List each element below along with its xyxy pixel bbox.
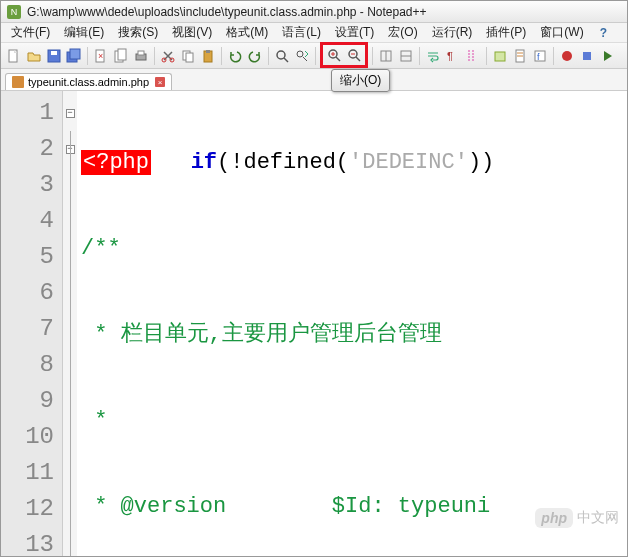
svg-rect-14 xyxy=(186,53,193,62)
document-tab[interactable]: typeunit.class.admin.php × xyxy=(5,73,172,90)
separator xyxy=(486,47,487,65)
line-number: 3 xyxy=(1,167,62,203)
cut-icon[interactable] xyxy=(159,47,177,65)
toolbar: × 缩小(O) ¶ f xyxy=(1,43,627,69)
separator xyxy=(553,47,554,65)
svg-text:×: × xyxy=(98,51,103,61)
menu-window[interactable]: 窗口(W) xyxy=(534,22,589,43)
line-number: 11 xyxy=(1,455,62,491)
line-number: 1 xyxy=(1,95,62,131)
svg-line-25 xyxy=(356,57,360,61)
redo-icon[interactable] xyxy=(246,47,264,65)
sync-h-icon[interactable] xyxy=(397,47,415,65)
svg-rect-34 xyxy=(495,52,505,61)
show-all-chars-icon[interactable]: ¶ xyxy=(444,47,462,65)
separator xyxy=(372,47,373,65)
copy-icon[interactable] xyxy=(179,47,197,65)
svg-rect-41 xyxy=(583,52,591,60)
svg-point-40 xyxy=(562,51,572,61)
watermark-text: 中文网 xyxy=(577,509,619,527)
tooltip-zoom-out: 缩小(O) xyxy=(331,69,390,92)
svg-rect-4 xyxy=(70,49,80,59)
tab-label: typeunit.class.admin.php xyxy=(28,76,149,88)
menu-language[interactable]: 语言(L) xyxy=(276,22,327,43)
undo-icon[interactable] xyxy=(226,47,244,65)
new-file-icon[interactable] xyxy=(5,47,23,65)
find-icon[interactable] xyxy=(273,47,291,65)
svg-rect-2 xyxy=(51,51,57,55)
code-content[interactable]: <?php if(!defined('DEDEINC')) /** * 栏目单元… xyxy=(77,91,627,556)
save-all-icon[interactable] xyxy=(65,47,83,65)
separator xyxy=(154,47,155,65)
code-line: * 栏目单元,主要用户管理后台管理 xyxy=(77,317,627,353)
zoom-in-icon[interactable] xyxy=(325,46,343,64)
file-type-icon xyxy=(12,76,24,88)
svg-point-19 xyxy=(297,51,303,57)
fold-column: − − xyxy=(63,91,77,556)
record-macro-icon[interactable] xyxy=(558,47,576,65)
php-open-tag: <?php xyxy=(81,150,151,175)
separator xyxy=(419,47,420,65)
menu-macro[interactable]: 宏(O) xyxy=(382,22,423,43)
svg-rect-0 xyxy=(9,50,17,62)
wordwrap-icon[interactable] xyxy=(424,47,442,65)
paste-icon[interactable] xyxy=(199,47,217,65)
svg-rect-10 xyxy=(138,51,144,55)
print-icon[interactable] xyxy=(132,47,150,65)
title-bar: N G:\wamp\www\dede\uploads\include\typeu… xyxy=(1,1,627,23)
line-number: 10 xyxy=(1,419,62,455)
menu-view[interactable]: 视图(V) xyxy=(166,22,218,43)
zoom-button-group-highlighted: 缩小(O) xyxy=(320,42,368,68)
line-number: 2 xyxy=(1,131,62,167)
zoom-out-icon[interactable] xyxy=(345,46,363,64)
svg-line-21 xyxy=(336,57,340,61)
line-number: 4 xyxy=(1,203,62,239)
svg-point-17 xyxy=(277,51,285,59)
separator xyxy=(221,47,222,65)
watermark-logo: php xyxy=(535,508,573,528)
open-file-icon[interactable] xyxy=(25,47,43,65)
close-all-icon[interactable] xyxy=(112,47,130,65)
save-icon[interactable] xyxy=(45,47,63,65)
menu-bar: 文件(F) 编辑(E) 搜索(S) 视图(V) 格式(M) 语言(L) 设置(T… xyxy=(1,23,627,43)
line-number-gutter: 1 2 3 4 5 6 7 8 9 10 11 12 13 xyxy=(1,91,63,556)
menu-format[interactable]: 格式(M) xyxy=(220,22,274,43)
close-icon[interactable]: × xyxy=(92,47,110,65)
menu-search[interactable]: 搜索(S) xyxy=(112,22,164,43)
function-list-icon[interactable]: f xyxy=(531,47,549,65)
menu-run[interactable]: 运行(R) xyxy=(426,22,479,43)
tooltip-text: 缩小(O) xyxy=(340,73,381,87)
code-line: /** xyxy=(77,231,627,267)
keyword-if: if xyxy=(191,150,217,175)
app-icon: N xyxy=(7,5,21,19)
indent-guide-icon[interactable] xyxy=(464,47,482,65)
menu-settings[interactable]: 设置(T) xyxy=(329,22,380,43)
code-editor[interactable]: 1 2 3 4 5 6 7 8 9 10 11 12 13 − − <?php … xyxy=(1,91,627,556)
separator xyxy=(87,47,88,65)
fold-toggle-icon[interactable]: − xyxy=(66,109,75,118)
tab-close-icon[interactable]: × xyxy=(155,77,165,87)
svg-rect-8 xyxy=(118,49,126,60)
line-number: 7 xyxy=(1,311,62,347)
folder-as-workspace-icon[interactable] xyxy=(491,47,509,65)
doc-map-icon[interactable] xyxy=(511,47,529,65)
replace-icon[interactable] xyxy=(293,47,311,65)
sync-v-icon[interactable] xyxy=(377,47,395,65)
play-macro-icon[interactable] xyxy=(598,47,616,65)
menu-edit[interactable]: 编辑(E) xyxy=(58,22,110,43)
menu-plugins[interactable]: 插件(P) xyxy=(480,22,532,43)
window-title: G:\wamp\www\dede\uploads\include\typeuni… xyxy=(27,5,427,19)
code-line: * xyxy=(77,403,627,439)
separator xyxy=(315,47,316,65)
menu-file[interactable]: 文件(F) xyxy=(5,22,56,43)
menu-help[interactable]: ? xyxy=(594,24,613,42)
line-number: 9 xyxy=(1,383,62,419)
stop-macro-icon[interactable] xyxy=(578,47,596,65)
line-number: 5 xyxy=(1,239,62,275)
watermark: php 中文网 xyxy=(535,508,619,528)
tab-bar: typeunit.class.admin.php × xyxy=(1,69,627,91)
separator xyxy=(268,47,269,65)
svg-text:¶: ¶ xyxy=(447,50,453,62)
svg-rect-16 xyxy=(206,50,210,53)
code-line: <?php if(!defined('DEDEINC')) xyxy=(77,145,627,181)
